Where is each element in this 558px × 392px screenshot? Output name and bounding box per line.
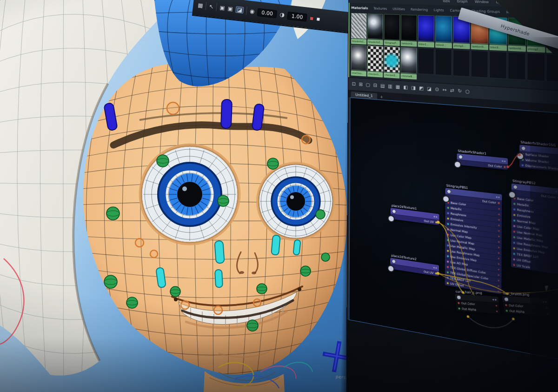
darksphere-swatch-thumb[interactable]	[367, 13, 383, 40]
max-value-field[interactable]: 1.00	[287, 11, 307, 21]
construction-history-icon[interactable]: ◉	[249, 8, 255, 14]
input-port-dot[interactable]	[447, 233, 449, 236]
copy-icon[interactable]: ▣	[219, 5, 226, 11]
input-port-dot[interactable]	[513, 225, 516, 227]
output-port-dot[interactable]	[435, 221, 437, 224]
input-port-dot[interactable]	[513, 258, 515, 260]
material-swatch[interactable]: checker2...	[384, 46, 399, 78]
tab-rendering[interactable]: Rendering	[411, 7, 428, 12]
layout-horizontal-icon[interactable]: ◧	[403, 85, 408, 90]
menu-tabs[interactable]: Tabs	[442, 0, 450, 3]
red-flag-icon[interactable]: ▪	[310, 15, 314, 21]
snap-grid-icon[interactable]: ▦	[198, 2, 204, 8]
output-port-dot[interactable]	[435, 272, 437, 275]
white-flag-icon[interactable]: ▪	[316, 16, 320, 22]
input-port-dot[interactable]	[513, 252, 515, 255]
env-swatch-thumb[interactable]	[351, 45, 366, 71]
tab-materials[interactable]: Materials	[351, 6, 368, 10]
swatch-large-icon[interactable]: ◩	[419, 86, 424, 91]
input-port-dot[interactable]	[447, 277, 449, 279]
input-port-dot[interactable]	[447, 250, 449, 252]
material-swatch[interactable]	[527, 53, 545, 88]
material-swatch[interactable]: checker1...	[367, 46, 383, 78]
layout-vertical-icon[interactable]: ◨	[411, 86, 416, 91]
node-shaderfxshader1sg[interactable]: ShaderfxShader1SG▪▪Surface ShaderVolume …	[519, 145, 558, 173]
select-cursor-icon[interactable]: ↖	[209, 4, 214, 10]
material-swatch[interactable]: blinn1...	[418, 15, 435, 47]
input-port-dot[interactable]	[447, 245, 449, 247]
node-main-port[interactable]	[454, 160, 461, 168]
input-port-dot[interactable]	[447, 228, 449, 231]
duplicate-icon[interactable]: ◪	[235, 6, 244, 13]
input-port-dot[interactable]	[505, 310, 508, 312]
graph-input-icon[interactable]: ⊡	[352, 82, 356, 87]
output-port-dot[interactable]	[498, 202, 499, 204]
node-test-braids-png[interactable]: test_braids.png▪▪Out ColorOut Alpha	[502, 296, 551, 316]
half-tone-icon[interactable]: ◑	[279, 12, 285, 18]
material-swatch[interactable]	[471, 50, 488, 84]
input-port-dot[interactable]	[513, 247, 516, 250]
paste-icon[interactable]: ▣	[227, 6, 233, 12]
input-port-dot[interactable]	[447, 218, 449, 220]
input-port-dot[interactable]	[447, 223, 449, 225]
noise-swatch-thumb[interactable]	[351, 13, 366, 39]
min-value-field[interactable]: 0.00	[257, 8, 278, 18]
node-header-buttons[interactable]: ▪▪	[555, 190, 558, 193]
input-port-dot[interactable]	[458, 307, 460, 310]
swatch-small-icon[interactable]: ◪	[427, 86, 432, 92]
viewport-3d[interactable]	[0, 0, 363, 392]
arrange-icon[interactable]: ↔	[442, 87, 446, 93]
input-port-dot[interactable]	[513, 219, 516, 222]
material-swatch[interactable]	[489, 51, 507, 85]
empty-swatch-thumb[interactable]	[527, 53, 545, 81]
node-header-buttons[interactable]: ▪▪	[496, 195, 500, 199]
material-swatch[interactable]: envChro...	[351, 45, 366, 76]
add-node-icon[interactable]: ⊟	[373, 83, 377, 88]
input-port-dot[interactable]	[522, 164, 524, 166]
graph-output-icon[interactable]: ⊞	[359, 82, 362, 87]
input-port-dot[interactable]	[513, 203, 516, 205]
input-port-dot[interactable]	[513, 208, 516, 211]
node-place2dtexture1[interactable]: place2dTexture1▪▪Out UV	[391, 208, 439, 225]
input-port-dot[interactable]	[458, 302, 460, 304]
empty-swatch-thumb[interactable]	[546, 54, 558, 83]
black-swatch-thumb[interactable]	[401, 14, 417, 41]
chrome-swatch-thumb[interactable]	[401, 47, 417, 74]
input-port-dot[interactable]	[447, 260, 449, 263]
checker-swatch-thumb[interactable]	[367, 46, 383, 72]
add-tab-button[interactable]: +	[380, 95, 383, 100]
empty-swatch-thumb[interactable]	[489, 51, 507, 79]
clear-graph-icon[interactable]: ▢	[365, 83, 370, 88]
input-port-dot[interactable]	[447, 207, 449, 209]
node-header-buttons[interactable]: ▪▪	[433, 266, 438, 270]
material-swatch[interactable]	[508, 52, 526, 86]
material-swatch[interactable]: StingrayP...	[384, 14, 400, 46]
node-view-full-icon[interactable]: ▦	[396, 85, 400, 90]
material-swatch[interactable]: blinn2...	[435, 15, 452, 48]
empty-swatch-thumb[interactable]	[508, 52, 526, 80]
empty-swatch-thumb[interactable]	[471, 50, 488, 78]
empty-swatch-thumb[interactable]	[435, 49, 452, 76]
node-view-connected-icon[interactable]: ▥	[388, 84, 392, 89]
node-curls-hair-c-png[interactable]: curls_hair_c.png▪▪Out ColorOut Alpha	[455, 294, 500, 314]
menu-window[interactable]: Window	[475, 0, 489, 4]
teal-swatch-thumb[interactable]	[435, 15, 452, 42]
material-swatch[interactable]	[435, 49, 452, 82]
input-port-dot[interactable]	[513, 236, 516, 239]
input-port-dot[interactable]	[513, 242, 516, 244]
node-header-buttons[interactable]: ▪▪	[433, 215, 438, 218]
input-port-dot[interactable]	[513, 264, 515, 266]
material-swatch[interactable]	[546, 54, 558, 89]
tab-lights[interactable]: Lights	[434, 8, 444, 13]
pin-selection-icon[interactable]: ⊙	[435, 87, 439, 92]
material-swatch[interactable]: Shaderfx5...	[367, 13, 383, 45]
frame-all-icon[interactable]: ○	[465, 89, 470, 94]
node-stingraypbs2[interactable]: StingrayPBS2▪▪Out ColorBase ColorMetalli…	[511, 183, 558, 274]
node-stingraypbs1[interactable]: StingrayPBS1▪▪Out ColorBase ColorMetalli…	[445, 188, 502, 294]
node-main-port[interactable]	[516, 152, 524, 160]
material-swatch[interactable]: ShaderfxC...	[351, 13, 366, 45]
input-port-dot[interactable]	[513, 214, 516, 216]
material-swatch[interactable]	[418, 48, 434, 81]
node-header-buttons[interactable]: ▪▪	[543, 300, 548, 303]
input-port-dot[interactable]	[505, 304, 507, 306]
